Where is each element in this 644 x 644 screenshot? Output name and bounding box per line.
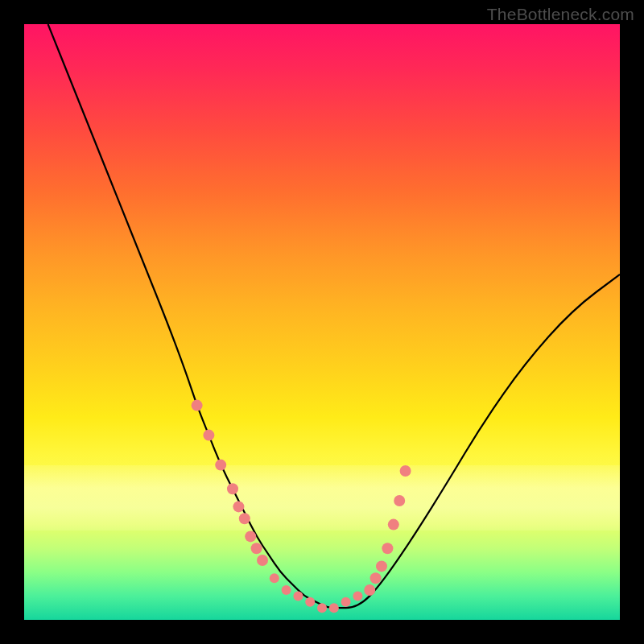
chart-marker: [245, 530, 256, 542]
chart-svg: [24, 24, 620, 620]
chart-marker: [192, 400, 203, 411]
chart-marker: [329, 603, 339, 613]
chart-marker: [388, 519, 399, 530]
plot-area: [24, 24, 620, 620]
chart-marker: [203, 430, 214, 441]
chart-marker: [341, 597, 351, 607]
markers-right-group: [364, 465, 411, 596]
chart-marker: [382, 543, 393, 554]
chart-marker: [370, 572, 382, 584]
chart-marker: [227, 483, 238, 494]
watermark-text: TheBottleneck.com: [487, 5, 634, 24]
chart-marker: [400, 465, 411, 477]
chart-marker: [270, 573, 279, 583]
chart-marker: [233, 501, 244, 512]
chart-marker: [305, 597, 315, 607]
chart-marker: [239, 513, 250, 524]
chart-marker: [317, 603, 327, 613]
chart-marker: [394, 495, 405, 506]
markers-bottom-group: [270, 573, 363, 613]
chart-marker: [282, 585, 291, 595]
chart-marker: [215, 460, 226, 471]
chart-marker: [251, 543, 262, 554]
curve-line: [48, 24, 620, 608]
chart-marker: [353, 591, 362, 601]
chart-frame: TheBottleneck.com: [0, 0, 644, 644]
chart-marker: [376, 560, 387, 572]
chart-marker: [364, 584, 375, 596]
chart-marker: [257, 555, 268, 566]
chart-marker: [293, 591, 303, 601]
